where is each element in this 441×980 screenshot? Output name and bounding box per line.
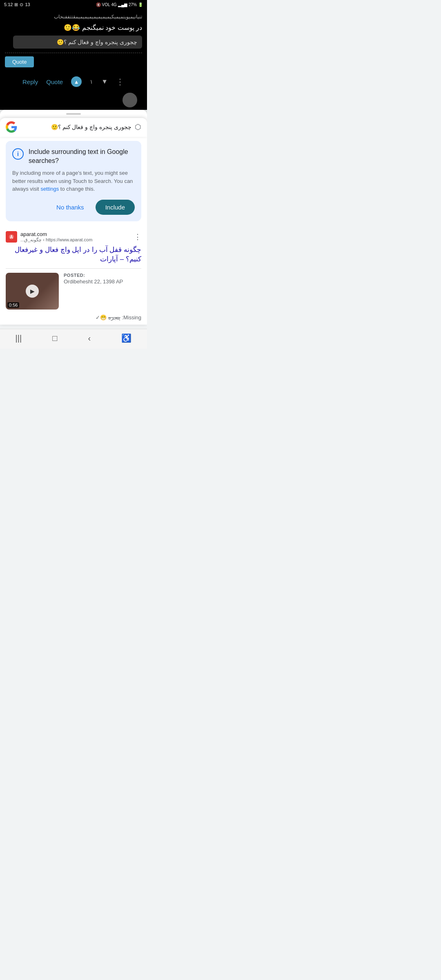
google-logo [6, 121, 17, 133]
lte-icon: 4G [111, 2, 117, 7]
no-thanks-button[interactable]: No thanks [51, 200, 89, 214]
search-result-area: A aparat.com https://www.aparat.com › چگ… [0, 225, 147, 325]
nav-bar: ||| □ ‹ ♿ [0, 329, 147, 349]
touch-search-bar: چجوری پنجره واچ و فعال کنم ؟🙂 ⬡ [0, 118, 147, 137]
battery-icon: 🔋 [138, 2, 143, 7]
result-domain: aparat.com [20, 231, 92, 237]
result-source-info: aparat.com https://www.aparat.com › چگون… [20, 231, 92, 243]
status-right: 🔇 VOL 4G ▂▄▆ 27% 🔋 [96, 2, 143, 7]
result-more-icon[interactable]: ⋮ [134, 232, 141, 241]
dashed-divider [5, 53, 142, 53]
action-bar: Reply Quote ▲ ١ ▼ ⋮ [5, 71, 142, 93]
quote-button[interactable]: Quote [5, 56, 34, 67]
quote-action-button[interactable]: Quote [46, 78, 63, 85]
bottom-sheet: چجوری پنجره واچ و فعال کنم ؟🙂 ⬡ i Includ… [0, 110, 147, 325]
downvote-icon[interactable]: ▼ [101, 78, 108, 85]
avatar-strip [5, 93, 142, 110]
main-persian-text: در پوست خود نمیگنجم 😂🙂 [5, 24, 142, 31]
mute-icon: 🔇 [96, 2, 101, 7]
include-card-title: Include surrounding text in Google searc… [29, 147, 135, 165]
result-title[interactable]: چگونه قفل آب را در اپل واچ فعال و غیرفعا… [6, 245, 141, 265]
google-g-icon [6, 121, 17, 133]
data-icon: ⊙ [20, 2, 23, 7]
sim-icon: ⊞ [14, 2, 18, 7]
include-button[interactable]: Include [96, 200, 135, 215]
drag-handle[interactable] [66, 113, 81, 115]
missing-emoji: 😁✓ [96, 314, 107, 321]
back-button[interactable]: ‹ [88, 334, 91, 343]
result-source-row: A aparat.com https://www.aparat.com › چگ… [6, 231, 141, 243]
missing-label: Missing: [122, 314, 141, 321]
missing-text: Missing: پنجره 😁✓ [6, 314, 141, 321]
include-card-body-end: to change this. [60, 186, 95, 192]
network-count: 13 [25, 2, 30, 7]
battery-pct: 27% [129, 2, 137, 7]
result-url: https://www.aparat.com › چگونه_ق... [20, 237, 92, 243]
upvote-button[interactable]: ▲ [71, 76, 82, 87]
posted-label: POSTED: [64, 273, 141, 278]
result-meta: POSTED: Ordibehesht 22, 1398 AP [64, 273, 141, 285]
svg-text:A: A [10, 235, 13, 239]
status-left: 5:12 ⊞ ⊙ 13 [4, 2, 30, 7]
missing-word: پنجره [108, 314, 120, 321]
video-duration: 0:56 [7, 302, 19, 308]
include-card-actions: No thanks Include [12, 200, 135, 215]
search-query-text: چجوری پنجره واچ و فعال کنم ؟🙂 [20, 124, 131, 130]
quote-btn-row: Quote [5, 56, 142, 67]
reply-button[interactable]: Reply [22, 78, 38, 85]
settings-link[interactable]: settings [40, 186, 59, 192]
open-external-icon[interactable]: ⬡ [135, 122, 141, 131]
result-favicon: A [6, 231, 17, 243]
favicon-inner: A [6, 231, 17, 243]
dark-section: تنیانیمیوینمیمیکیمیمیمیمیمیمیمیمقتتففنحا… [0, 9, 147, 110]
accessibility-button[interactable]: ♿ [121, 333, 131, 343]
include-card-header: i Include surrounding text in Google sea… [12, 147, 135, 165]
status-bar: 5:12 ⊞ ⊙ 13 🔇 VOL 4G ▂▄▆ 27% 🔋 [0, 0, 147, 9]
play-button[interactable]: ▶ [26, 285, 39, 298]
result-thumbnail[interactable]: ▶ 0:56 [6, 273, 59, 310]
include-card-body: By including more of a page's text, you … [12, 169, 135, 193]
home-button[interactable]: □ [52, 334, 57, 343]
result-source-left: A aparat.com https://www.aparat.com › چگ… [6, 231, 92, 243]
avatar [122, 93, 137, 107]
top-persian-text: تنیانیمیوینمیمیکیمیمیمیمیمیمیمیمقتتففنحا… [5, 13, 142, 20]
signal-bars: ▂▄▆ [118, 2, 127, 7]
posted-date: Ordibehesht 22, 1398 AP [64, 278, 141, 285]
include-card: i Include surrounding text in Google sea… [6, 141, 141, 221]
drag-handle-container [0, 110, 147, 118]
time: 5:12 [4, 2, 13, 7]
result-thumbnail-row: ▶ 0:56 POSTED: Ordibehesht 22, 1398 AP [6, 273, 141, 310]
vol-icon: VOL [102, 2, 110, 7]
recent-apps-button[interactable]: ||| [16, 334, 22, 343]
quoted-box: چجوری پنجره واچ و فعال کنم ؟🙂 [13, 36, 142, 49]
more-options-icon[interactable]: ⋮ [116, 77, 125, 87]
vote-count: ١ [90, 78, 93, 85]
info-icon: i [12, 148, 24, 160]
result-divider [6, 268, 141, 269]
